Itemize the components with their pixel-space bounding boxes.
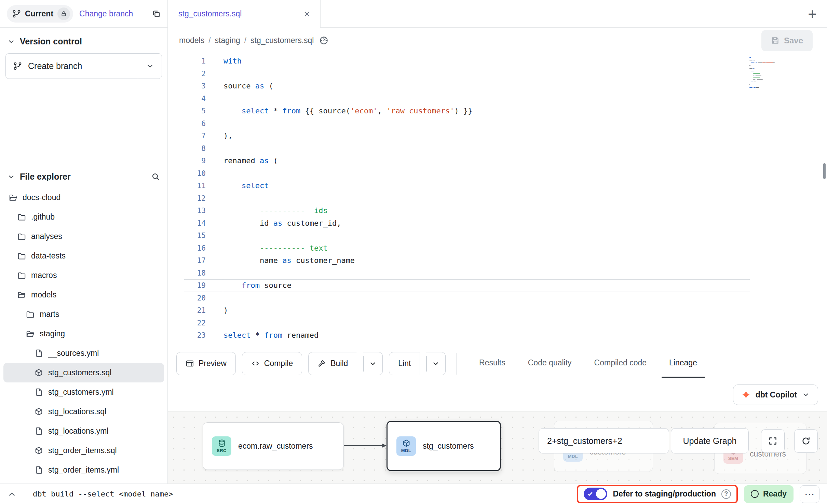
code-line[interactable]: 3source as (	[168, 80, 827, 93]
build-button[interactable]: Build	[308, 352, 357, 375]
code-line[interactable]: 7),	[168, 130, 827, 142]
code-line[interactable]: 13 ---------- ids	[168, 205, 827, 217]
breadcrumb-item[interactable]: models	[179, 36, 204, 45]
folder-icon	[17, 232, 26, 241]
code-line[interactable]: 18	[168, 267, 827, 280]
code-line[interactable]: 9renamed as (	[168, 155, 827, 167]
code-line[interactable]: 12	[168, 192, 827, 205]
new-tab-button[interactable]: +	[808, 5, 817, 23]
close-icon[interactable]: ×	[304, 9, 310, 19]
create-branch-dropdown-button[interactable]	[138, 54, 162, 79]
tree-item-data-tests[interactable]: data-tests	[3, 246, 164, 266]
version-control-header[interactable]: Version control	[0, 28, 167, 51]
dbt-ide-window: Current Change branch Version control Cr…	[0, 0, 827, 504]
lineage-canvas[interactable]: SRC ecom.raw_customers MDL stg_customers…	[168, 411, 827, 484]
results-tab-code-quality[interactable]: Code quality	[520, 349, 579, 378]
tree-item-stg-order-items-yml[interactable]: stg_order_items.yml	[3, 460, 164, 480]
scrollbar-thumb[interactable]	[823, 163, 826, 179]
code-line[interactable]: 20	[168, 292, 827, 305]
results-tab-lineage[interactable]: Lineage	[662, 349, 705, 378]
breadcrumb: models/staging/stg_customers.sql	[179, 36, 314, 45]
gauge-icon[interactable]	[319, 36, 328, 45]
check-icon	[587, 491, 593, 497]
code-line[interactable]: 4	[168, 93, 827, 105]
tree-item-docs-cloud[interactable]: docs-cloud	[3, 188, 164, 207]
model-icon	[35, 446, 43, 455]
lint-dropdown-button[interactable]	[426, 352, 446, 375]
line-number: 20	[168, 292, 223, 305]
code-line[interactable]: 21)	[168, 304, 827, 317]
chevron-down-icon	[8, 173, 15, 181]
fullscreen-button[interactable]	[761, 429, 785, 453]
code-line[interactable]: 5 select * from {{ source('ecom', 'raw_c…	[168, 105, 827, 117]
fullscreen-icon	[768, 436, 777, 446]
more-options-button[interactable]: ⋯	[800, 485, 819, 503]
code-line[interactable]: 16 ---------- text	[168, 242, 827, 255]
code-editor[interactable]: 1with23source as (45 select * from {{ so…	[168, 53, 827, 349]
tree-item-analyses[interactable]: analyses	[3, 227, 164, 246]
dbt-copilot-button[interactable]: dbt Copilot	[733, 384, 818, 405]
file-explorer-label: File explorer	[20, 172, 71, 182]
tree-item-stg-order-items-sql[interactable]: stg_order_items.sql	[3, 441, 164, 460]
line-number: 4	[168, 93, 223, 105]
code-line[interactable]: 10	[168, 167, 827, 180]
code-line[interactable]: 22	[168, 317, 827, 330]
results-tab-results[interactable]: Results	[472, 349, 513, 378]
tree-item-stg-customers-yml[interactable]: stg_customers.yml	[3, 382, 164, 402]
tree-item-stg-locations-yml[interactable]: stg_locations.yml	[3, 421, 164, 441]
lineage-node-stg-customers[interactable]: MDL stg_customers	[387, 421, 501, 471]
chevron-up-icon[interactable]	[8, 490, 16, 499]
refresh-button[interactable]	[794, 429, 818, 453]
code-line[interactable]: 1with	[168, 55, 827, 68]
line-number: 2	[168, 68, 223, 80]
create-branch-button[interactable]: Create branch	[6, 54, 138, 79]
defer-toggle[interactable]	[584, 488, 607, 500]
code-line[interactable]: 19 from source	[168, 279, 827, 292]
code-text: source as (	[223, 80, 273, 93]
code-line[interactable]: 6	[168, 117, 827, 130]
change-branch-link[interactable]: Change branch	[79, 9, 133, 18]
tree-item-stg-locations-sql[interactable]: stg_locations.sql	[3, 402, 164, 421]
code-line[interactable]: 14 id as customer_id,	[168, 217, 827, 230]
database-icon	[218, 439, 226, 447]
tree-item--github[interactable]: .github	[3, 207, 164, 227]
tree-item--sources-yml[interactable]: __sources.yml	[3, 344, 164, 363]
tab-stg-customers[interactable]: stg_customers.sql ×	[168, 0, 321, 28]
tree-item-macros[interactable]: macros	[3, 266, 164, 285]
minimap[interactable]	[749, 57, 791, 88]
preview-button[interactable]: Preview	[176, 352, 236, 375]
results-tab-compiled-code[interactable]: Compiled code	[587, 349, 654, 378]
lint-button[interactable]: Lint	[389, 352, 420, 375]
copy-icon[interactable]	[152, 10, 161, 18]
status-badge[interactable]: Ready	[744, 485, 794, 503]
tree-item-marts[interactable]: marts	[3, 305, 164, 324]
code-line[interactable]: 15	[168, 229, 827, 242]
code-line[interactable]: 17 name as customer_name	[168, 254, 827, 267]
tree-item-label: stg_customers.sql	[48, 368, 111, 377]
lineage-selector-input[interactable]: 2+stg_customers+2	[539, 428, 669, 453]
status-circle-icon	[751, 490, 759, 498]
update-graph-button[interactable]: Update Graph	[671, 428, 749, 453]
current-branch-pill[interactable]: Current	[7, 5, 73, 23]
compile-button[interactable]: Compile	[242, 352, 302, 375]
file-explorer-header[interactable]: File explorer	[0, 163, 167, 186]
line-number: 21	[168, 304, 223, 317]
tree-item-models[interactable]: models	[3, 285, 164, 305]
tree-item-stg-customers-sql[interactable]: stg_customers.sql	[3, 363, 164, 382]
code-line[interactable]: 23select * from renamed	[168, 329, 827, 342]
dbt-logo-icon	[742, 390, 750, 399]
code-line[interactable]: 8	[168, 142, 827, 155]
code-line[interactable]: 2	[168, 68, 827, 80]
save-button[interactable]: Save	[761, 30, 813, 51]
breadcrumb-item[interactable]: stg_customers.sql	[250, 36, 314, 45]
search-icon[interactable]	[151, 172, 160, 181]
code-line[interactable]: 11 select	[168, 180, 827, 192]
code-text: ---------- text	[223, 242, 328, 255]
node-label: ecom.raw_customers	[238, 442, 313, 451]
breadcrumb-item[interactable]: staging	[215, 36, 240, 45]
tree-item-staging[interactable]: staging	[3, 324, 164, 344]
lineage-node-source[interactable]: SRC ecom.raw_customers	[203, 422, 344, 470]
build-dropdown-button[interactable]	[363, 352, 383, 375]
command-input[interactable]: dbt build --select <model_name>	[33, 490, 173, 498]
help-icon[interactable]: ?	[721, 489, 731, 499]
